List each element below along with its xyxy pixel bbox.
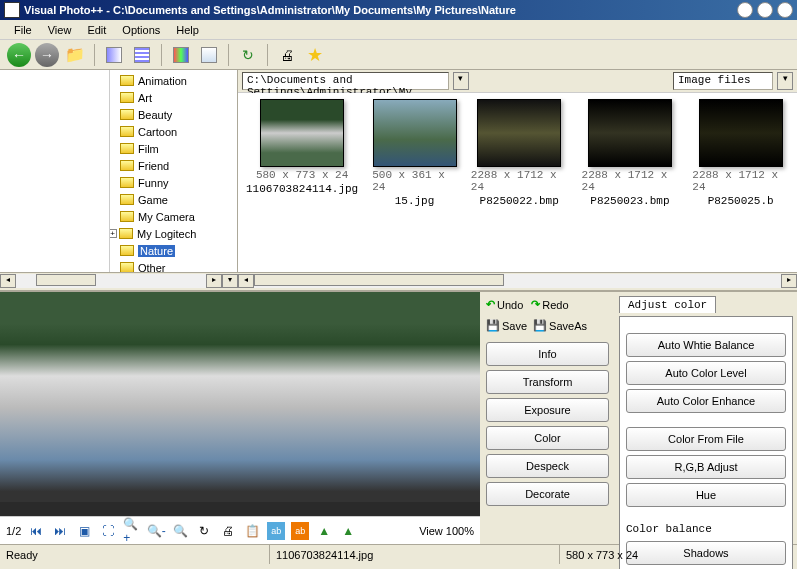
view-list-button[interactable] [129, 42, 155, 68]
titlebar: Visual Photo++ - C:\Documents and Settin… [0, 0, 797, 20]
nav-forward-button[interactable]: → [34, 42, 60, 68]
auto-wb-button[interactable]: Auto Whtie Balance [626, 333, 786, 357]
adjust-tab[interactable]: Adjust color [619, 296, 716, 313]
folder-icon [120, 126, 134, 137]
tree-hscroll[interactable]: ◂ ▸ ▾ [0, 272, 238, 288]
thumb-item[interactable]: 2288 x 1712 x 24 P8250022.bmp [471, 99, 568, 266]
menu-edit[interactable]: Edit [79, 22, 114, 38]
folder-icon [120, 143, 134, 154]
path-dropdown[interactable]: ▾ [453, 72, 469, 90]
close-button[interactable]: × [777, 2, 793, 18]
next-button[interactable]: ⏭ [51, 522, 69, 540]
folder-tree[interactable]: Animation Art Beauty Cartoon Film Friend… [110, 70, 237, 272]
edit-panel: ↶Undo ↷Redo 💾Save 💾SaveAs Info Transform… [480, 292, 615, 544]
folder-icon [120, 177, 134, 188]
preview-image [0, 292, 480, 502]
nav-back-button[interactable]: ← [6, 42, 32, 68]
filter-dropdown-arrow[interactable]: ▾ [777, 72, 793, 90]
exposure-button[interactable]: Exposure [486, 398, 609, 422]
rename-button[interactable]: ab [291, 522, 309, 540]
maximize-button[interactable]: □ [757, 2, 773, 18]
rgb-adjust-button[interactable]: R,G,B Adjust [626, 455, 786, 479]
despeck-button[interactable]: Despeck [486, 454, 609, 478]
print-button[interactable]: 🖨 [274, 42, 300, 68]
edit-tool-button[interactable] [196, 42, 222, 68]
save-button[interactable]: 💾Save [486, 319, 527, 332]
zoom-fit-button[interactable]: 🔍 [171, 522, 189, 540]
menu-help[interactable]: Help [168, 22, 207, 38]
hue-button[interactable]: Hue [626, 483, 786, 507]
tool2-button[interactable]: ▲ [339, 522, 357, 540]
folder-up-button[interactable]: 📁 [62, 42, 88, 68]
fullscreen-button[interactable]: ⛶ [99, 522, 117, 540]
decorate-button[interactable]: Decorate [486, 482, 609, 506]
expand-icon[interactable]: + [110, 229, 117, 238]
tree-item-logitech[interactable]: +My Logitech [112, 225, 235, 242]
view-details-button[interactable] [168, 42, 194, 68]
thumb-dimensions: 2288 x 1712 x 24 [582, 169, 679, 193]
thumb-item[interactable]: 580 x 773 x 24 1106703824114.jpg [246, 99, 358, 266]
scroll-right-icon[interactable]: ▸ [206, 274, 222, 288]
print-button[interactable]: 🖨 [219, 522, 237, 540]
scroll-right-icon[interactable]: ▸ [781, 274, 797, 288]
scroll-down-icon[interactable]: ▾ [222, 274, 238, 288]
path-bar: C:\Documents and Settings\Administrator\… [238, 70, 797, 93]
zoom-out-button[interactable]: 🔍- [147, 522, 165, 540]
folder-icon [120, 109, 134, 120]
preview-area: 1/2 ⏮ ⏭ ▣ ⛶ 🔍+ 🔍- 🔍 ↻ 🖨 📋 ab ab ▲ ▲ View… [0, 290, 797, 544]
thumb-filename: P8250022.bmp [480, 195, 559, 207]
tree-item-nature[interactable]: Nature [112, 242, 235, 259]
scroll-left-icon[interactable]: ◂ [0, 274, 16, 288]
tree-item-other[interactable]: Other [112, 259, 235, 272]
saveas-button[interactable]: 💾SaveAs [533, 319, 587, 332]
auto-level-button[interactable]: Auto Color Level [626, 361, 786, 385]
scroll-left-icon[interactable]: ◂ [238, 274, 254, 288]
copy-button[interactable]: 📋 [243, 522, 261, 540]
folder-icon [120, 245, 134, 256]
thumb-filename: 15.jpg [395, 195, 435, 207]
tree-item-beauty[interactable]: Beauty [112, 106, 235, 123]
color-button[interactable]: Color [486, 426, 609, 450]
thumb-filename: P8250023.bmp [590, 195, 669, 207]
undo-button[interactable]: ↶Undo [486, 298, 523, 311]
thumb-item[interactable]: 2288 x 1712 x 24 P8250025.b [692, 99, 789, 266]
thumb-item[interactable]: 2288 x 1712 x 24 P8250023.bmp [582, 99, 679, 266]
tree-item-mycamera[interactable]: My Camera [112, 208, 235, 225]
menu-file[interactable]: File [6, 22, 40, 38]
filter-dropdown[interactable]: Image files [673, 72, 773, 90]
view-thumb-button[interactable] [101, 42, 127, 68]
minimize-button[interactable]: – [737, 2, 753, 18]
tree-item-game[interactable]: Game [112, 191, 235, 208]
thumb-item[interactable]: 500 x 361 x 24 15.jpg [372, 99, 457, 266]
zoom-label: View 100% [419, 525, 474, 537]
zoom-in-button[interactable]: 🔍+ [123, 522, 141, 540]
slideshow-button[interactable]: ▣ [75, 522, 93, 540]
tree-item-funny[interactable]: Funny [112, 174, 235, 191]
tool1-button[interactable]: ▲ [315, 522, 333, 540]
thumb-image [477, 99, 561, 167]
tree-item-animation[interactable]: Animation [112, 72, 235, 89]
auto-enhance-button[interactable]: Auto Color Enhance [626, 389, 786, 413]
path-input[interactable]: C:\Documents and Settings\Administrator\… [242, 72, 449, 90]
transform-button[interactable]: Transform [486, 370, 609, 394]
prev-button[interactable]: ⏮ [27, 522, 45, 540]
menu-view[interactable]: View [40, 22, 80, 38]
favorite-button[interactable]: ★ [302, 42, 328, 68]
thumb-filename: 1106703824114.jpg [246, 183, 358, 195]
tree-item-film[interactable]: Film [112, 140, 235, 157]
status-dimensions: 580 x 773 x 24 [560, 545, 797, 564]
thumbnail-strip[interactable]: 580 x 773 x 24 1106703824114.jpg 500 x 3… [238, 93, 797, 272]
thumb-hscroll[interactable]: ◂ ▸ [238, 272, 797, 288]
info-button[interactable]: Info [486, 342, 609, 366]
adjust-panel: Adjust color Auto Whtie Balance Auto Col… [615, 292, 797, 544]
redo-button[interactable]: ↷Redo [531, 298, 568, 311]
rotate-button[interactable]: ↻ [195, 522, 213, 540]
text-button[interactable]: ab [267, 522, 285, 540]
tree-item-cartoon[interactable]: Cartoon [112, 123, 235, 140]
menu-options[interactable]: Options [114, 22, 168, 38]
color-from-file-button[interactable]: Color From File [626, 427, 786, 451]
refresh-button[interactable]: ↻ [235, 42, 261, 68]
tree-item-friend[interactable]: Friend [112, 157, 235, 174]
thumb-filename: P8250025.b [708, 195, 774, 207]
tree-item-art[interactable]: Art [112, 89, 235, 106]
